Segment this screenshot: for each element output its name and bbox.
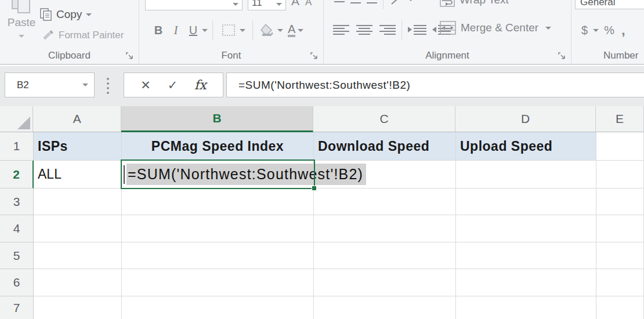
cell-a4[interactable] bbox=[34, 215, 122, 242]
format-painter-button[interactable]: Format Painter bbox=[42, 28, 124, 43]
fill-color-dropdown-icon[interactable] bbox=[277, 29, 283, 32]
cell-c3[interactable] bbox=[314, 188, 456, 215]
row-3: 3 bbox=[0, 188, 644, 215]
orientation-dropdown-icon[interactable] bbox=[408, 0, 414, 1]
column-header-e[interactable]: E bbox=[596, 106, 644, 132]
cancel-button[interactable]: ✕ bbox=[140, 78, 151, 92]
column-header-d[interactable]: D bbox=[455, 106, 596, 132]
cell-e6[interactable] bbox=[596, 269, 644, 296]
fill-handle[interactable] bbox=[312, 186, 317, 191]
font-size-combo[interactable]: 11 bbox=[248, 0, 286, 10]
cell-d2[interactable] bbox=[456, 161, 596, 188]
font-color-dropdown-icon[interactable] bbox=[298, 29, 303, 32]
formula-input[interactable]: =SUM('Northwest:Southwest'!B2) bbox=[226, 72, 644, 97]
merge-center-dropdown-icon[interactable] bbox=[545, 27, 551, 30]
cell-b4[interactable] bbox=[122, 215, 314, 242]
cell-d5[interactable] bbox=[456, 242, 596, 269]
number-format-combo[interactable]: General bbox=[575, 0, 644, 9]
copy-icon bbox=[39, 8, 52, 21]
cell-a7[interactable] bbox=[34, 296, 122, 319]
select-all-button[interactable] bbox=[0, 106, 33, 132]
currency-dropdown-icon[interactable] bbox=[593, 29, 599, 32]
cell-b2-edit-overlay[interactable]: =SUM('Northwest:Southwest'!B2) bbox=[124, 161, 366, 187]
paste-dropdown-icon[interactable] bbox=[19, 35, 24, 38]
cell-a5[interactable] bbox=[34, 242, 122, 269]
align-left-center-right-icons[interactable] bbox=[332, 22, 397, 38]
clipboard-dialog-launcher-icon[interactable] bbox=[126, 52, 134, 60]
orientation-icon[interactable] bbox=[388, 0, 408, 8]
borders-dropdown-icon[interactable] bbox=[240, 29, 245, 32]
copy-dropdown-icon[interactable] bbox=[86, 13, 92, 16]
font-color-button[interactable]: A bbox=[288, 24, 303, 37]
row-header-5[interactable]: 5 bbox=[0, 242, 34, 269]
cell-d4[interactable] bbox=[456, 215, 596, 242]
bold-button[interactable]: B bbox=[150, 24, 167, 37]
alignment-dialog-launcher-icon[interactable] bbox=[558, 52, 566, 60]
row-header-2[interactable]: 2 bbox=[0, 161, 34, 188]
cell-d1[interactable]: Upload Speed bbox=[456, 132, 596, 161]
cell-e7[interactable] bbox=[596, 296, 644, 319]
insert-function-button[interactable]: fx bbox=[194, 78, 207, 92]
percent-button[interactable]: % bbox=[602, 24, 616, 37]
wrap-text-button[interactable]: Wrap Text bbox=[440, 0, 509, 7]
horizontal-align-row bbox=[332, 20, 451, 41]
column-header-b[interactable]: B bbox=[121, 106, 313, 132]
paste-button[interactable]: Paste bbox=[5, 0, 38, 48]
currency-button[interactable]: $ bbox=[580, 24, 589, 37]
cell-e5[interactable] bbox=[596, 242, 644, 269]
decrease-font-button[interactable]: A bbox=[305, 0, 312, 8]
cell-c1[interactable]: Download Speed bbox=[314, 132, 456, 161]
cell-c7[interactable] bbox=[314, 296, 456, 319]
row-header-4[interactable]: 4 bbox=[0, 215, 34, 242]
fill-color-button[interactable] bbox=[260, 23, 283, 37]
font-size-dropdown-icon[interactable] bbox=[276, 3, 282, 6]
font-dialog-launcher-icon[interactable] bbox=[310, 52, 319, 60]
cell-b7[interactable] bbox=[122, 296, 314, 319]
cell-e3[interactable] bbox=[596, 188, 644, 215]
cell-b6[interactable] bbox=[122, 269, 314, 296]
name-box-dropdown-icon[interactable] bbox=[82, 84, 88, 86]
vertical-align-icons[interactable] bbox=[332, 0, 378, 8]
enter-button[interactable]: ✓ bbox=[168, 78, 178, 92]
format-painter-label: Format Painter bbox=[59, 30, 124, 41]
ribbon-group-number: General $ % , Number bbox=[571, 0, 644, 64]
font-name-combo[interactable] bbox=[145, 0, 243, 10]
copy-button[interactable]: Copy bbox=[39, 6, 92, 23]
cell-c6[interactable] bbox=[314, 269, 456, 296]
name-box[interactable]: B2 bbox=[5, 72, 95, 97]
cell-d3[interactable] bbox=[456, 188, 596, 215]
cell-e1[interactable] bbox=[596, 132, 644, 161]
alignment-group-footer: Alignment bbox=[324, 50, 571, 63]
underline-button[interactable]: U bbox=[184, 24, 202, 37]
cell-a2[interactable]: ALL bbox=[34, 161, 122, 188]
italic-button[interactable]: I bbox=[167, 24, 184, 37]
row-header-7[interactable]: 7 bbox=[0, 296, 34, 319]
row-header-6[interactable]: 6 bbox=[0, 269, 34, 296]
column-header-c[interactable]: C bbox=[313, 106, 455, 132]
cell-d6[interactable] bbox=[456, 269, 596, 296]
merge-center-button[interactable]: Merge & Center bbox=[440, 21, 551, 35]
cell-e2[interactable] bbox=[596, 161, 644, 188]
comma-button[interactable]: , bbox=[620, 22, 627, 38]
increase-font-button[interactable]: A bbox=[291, 0, 299, 8]
cell-d7[interactable] bbox=[456, 296, 596, 319]
column-header-a[interactable]: A bbox=[33, 106, 121, 132]
ribbon-group-clipboard: Paste Copy Format Painter Clipboard bbox=[0, 0, 139, 64]
formula-bar-resize-handle[interactable] bbox=[107, 77, 109, 94]
paste-label: Paste bbox=[5, 16, 38, 29]
font-name-dropdown-icon[interactable] bbox=[233, 3, 238, 6]
row-header-3[interactable]: 3 bbox=[0, 188, 34, 215]
cell-b1[interactable]: PCMag Speed Index bbox=[122, 132, 314, 161]
cell-c5[interactable] bbox=[314, 242, 456, 269]
cell-a1[interactable]: ISPs bbox=[34, 132, 122, 161]
borders-button[interactable] bbox=[220, 24, 245, 36]
row-1: 1 ISPs PCMag Speed Index Download Speed … bbox=[0, 132, 644, 161]
cell-a6[interactable] bbox=[34, 269, 122, 296]
row-header-1[interactable]: 1 bbox=[0, 132, 34, 161]
underline-dropdown-icon[interactable] bbox=[202, 29, 208, 32]
cell-b5[interactable] bbox=[122, 242, 314, 269]
cell-b3[interactable] bbox=[122, 188, 314, 215]
cell-e4[interactable] bbox=[596, 215, 644, 242]
cell-a3[interactable] bbox=[34, 188, 122, 215]
cell-c4[interactable] bbox=[314, 215, 456, 242]
